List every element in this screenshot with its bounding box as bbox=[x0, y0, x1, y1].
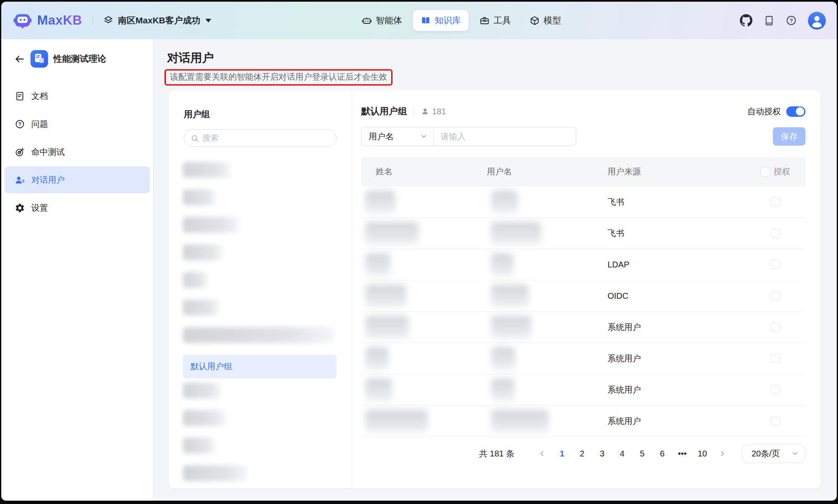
kb-app-icon bbox=[30, 50, 48, 68]
group-item-default-selected[interactable]: 默认用户组 bbox=[183, 355, 337, 378]
maxkb-logo[interactable]: MaxKB bbox=[13, 11, 82, 30]
help-icon[interactable]: ? bbox=[785, 15, 797, 26]
group-item-redacted[interactable] bbox=[183, 383, 220, 398]
toolbox-icon bbox=[479, 15, 490, 26]
page-button-2[interactable]: 2 bbox=[576, 446, 588, 461]
group-item-redacted[interactable] bbox=[183, 438, 215, 454]
row-checkbox[interactable] bbox=[771, 197, 780, 207]
row-checkbox[interactable] bbox=[771, 291, 780, 300]
sidebar-item-label: 对话用户 bbox=[31, 174, 65, 186]
nav-item-tools[interactable]: 工具 bbox=[472, 10, 519, 31]
navbar-right: ? bbox=[740, 2, 826, 39]
redacted-name bbox=[365, 410, 428, 432]
app-window: MaxKB 南区MaxKB客户成功 bbox=[1, 2, 837, 501]
group-search[interactable] bbox=[184, 129, 337, 147]
row-checkbox[interactable] bbox=[771, 229, 780, 238]
nav-item-label: 知识库 bbox=[435, 15, 461, 26]
filter-group: 用户名 bbox=[361, 127, 576, 146]
chevron-right-icon bbox=[719, 450, 726, 457]
divider bbox=[414, 106, 414, 116]
sidebar-item-questions[interactable]: ? 问题 bbox=[5, 111, 150, 137]
nav-item-label: 智能体 bbox=[376, 15, 402, 26]
group-item-redacted[interactable] bbox=[183, 189, 216, 205]
group-item-redacted[interactable] bbox=[183, 217, 239, 233]
cube-icon bbox=[529, 15, 540, 26]
group-item-redacted[interactable] bbox=[183, 465, 247, 481]
table-row: 飞书 bbox=[361, 186, 805, 218]
row-checkbox[interactable] bbox=[771, 354, 780, 363]
table-body: 飞书 飞书 LDAP bbox=[361, 186, 805, 437]
search-icon bbox=[191, 134, 199, 143]
chevron-down-icon bbox=[420, 133, 428, 140]
page-ellipsis[interactable]: ••• bbox=[676, 446, 689, 461]
chat-users-card: 用户组 默认用户组 bbox=[169, 90, 820, 488]
redacted-username bbox=[491, 316, 531, 338]
auto-auth-toggle[interactable] bbox=[786, 106, 805, 117]
auto-auth-control: 自动授权 bbox=[747, 106, 805, 117]
group-item-redacted[interactable] bbox=[183, 410, 225, 426]
sidebar-item-chat-users[interactable]: 对话用户 bbox=[5, 166, 150, 193]
page-button-10[interactable]: 10 bbox=[696, 446, 709, 461]
page-button-3[interactable]: 3 bbox=[596, 446, 608, 461]
row-checkbox[interactable] bbox=[771, 323, 780, 332]
redacted-username bbox=[491, 222, 541, 244]
user-groups-title: 用户组 bbox=[184, 108, 337, 120]
nav-item-knowledge-base[interactable]: 知识库 bbox=[413, 10, 468, 31]
kb-header: 性能测试理论 bbox=[1, 39, 153, 72]
svg-text:?: ? bbox=[790, 18, 793, 24]
page-size-select[interactable]: 20条/页 bbox=[742, 444, 805, 463]
filter-input[interactable] bbox=[434, 132, 576, 141]
filter-field-select[interactable]: 用户名 bbox=[362, 127, 434, 146]
user-avatar[interactable] bbox=[808, 12, 826, 30]
sidebar-item-settings[interactable]: 设置 bbox=[5, 194, 150, 221]
select-all-checkbox[interactable] bbox=[761, 167, 770, 176]
pagination-total: 共 181 条 bbox=[479, 448, 514, 459]
screen-frame: MaxKB 南区MaxKB客户成功 bbox=[0, 0, 838, 504]
group-item-redacted[interactable] bbox=[183, 272, 207, 288]
filter-row: 用户名 保存 bbox=[361, 127, 805, 146]
nav-item-models[interactable]: 模型 bbox=[522, 10, 569, 31]
prev-page-button[interactable] bbox=[536, 446, 548, 461]
navbar-divider bbox=[92, 15, 93, 26]
page-button-1[interactable]: 1 bbox=[556, 446, 568, 461]
group-detail-header: 默认用户组 181 自动授权 bbox=[361, 105, 805, 118]
documentation-icon[interactable] bbox=[763, 15, 775, 26]
workspace-switcher[interactable]: 南区MaxKB客户成功 bbox=[103, 15, 211, 26]
page-button-6[interactable]: 6 bbox=[656, 446, 668, 461]
group-item-redacted[interactable] bbox=[183, 162, 231, 178]
group-item-redacted[interactable] bbox=[183, 327, 334, 343]
save-button[interactable]: 保存 bbox=[773, 127, 805, 146]
sidebar-item-label: 问题 bbox=[31, 118, 48, 130]
page-button-5[interactable]: 5 bbox=[636, 446, 648, 461]
nav-item-agents[interactable]: 智能体 bbox=[354, 10, 410, 31]
row-checkbox[interactable] bbox=[771, 260, 780, 269]
row-checkbox[interactable] bbox=[771, 385, 780, 394]
table-row: 系统用户 bbox=[361, 406, 805, 437]
table-row: 系统用户 bbox=[361, 343, 805, 374]
top-navbar: MaxKB 南区MaxKB客户成功 bbox=[1, 2, 837, 39]
member-count-value: 181 bbox=[432, 107, 446, 116]
row-checkbox[interactable] bbox=[771, 416, 780, 426]
primary-nav: 智能体 知识库 工具 bbox=[354, 2, 569, 39]
redacted-name bbox=[365, 378, 392, 401]
group-search-input[interactable] bbox=[203, 134, 329, 143]
col-header-username: 用户名 bbox=[487, 166, 608, 177]
sidebar-item-documents[interactable]: 文档 bbox=[5, 83, 150, 109]
redacted-name bbox=[365, 222, 419, 244]
user-source: 飞书 bbox=[608, 228, 745, 239]
back-button[interactable] bbox=[14, 53, 25, 65]
table-row: 系统用户 bbox=[361, 374, 805, 406]
pagination: 共 181 条 1 2 3 4 5 6 ••• 10 bbox=[361, 444, 805, 463]
question-icon: ? bbox=[15, 119, 25, 129]
next-page-button[interactable] bbox=[716, 446, 729, 461]
sidebar-item-hit-test[interactable]: 命中测试 bbox=[5, 139, 150, 165]
github-icon[interactable] bbox=[740, 14, 752, 27]
main-content: 对话用户 该配置需要关联的智能体开启对话用户登录认证后才会生效 用户组 bbox=[154, 39, 837, 501]
user-source: OIDC bbox=[608, 291, 745, 301]
page-button-4[interactable]: 4 bbox=[616, 446, 628, 461]
page-title: 对话用户 bbox=[167, 50, 837, 66]
redacted-username bbox=[491, 378, 514, 401]
workspace-name: 南区MaxKB客户成功 bbox=[118, 15, 200, 26]
group-item-redacted[interactable] bbox=[183, 300, 219, 315]
group-item-redacted[interactable] bbox=[183, 244, 223, 260]
